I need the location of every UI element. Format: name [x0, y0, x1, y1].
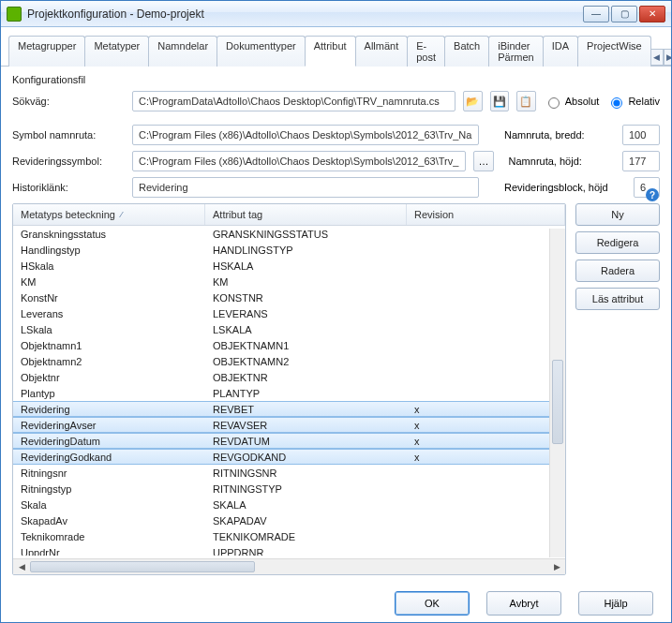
- cell-tag: REVDATUM: [205, 436, 407, 447]
- cell-name: RevideringDatum: [13, 436, 205, 447]
- table-row[interactable]: Objektnamn2OBJEKTNAMN2: [13, 353, 565, 369]
- table-row[interactable]: LSkalaLSKALA: [13, 321, 565, 337]
- col-metatype[interactable]: Metatyps beteckning: [21, 209, 115, 220]
- tab-namndelar[interactable]: Namndelar: [148, 36, 217, 67]
- save-icon[interactable]: 💾: [490, 91, 510, 111]
- copy-icon[interactable]: 📋: [516, 91, 536, 111]
- table-row[interactable]: LeveransLEVERANS: [13, 305, 565, 321]
- cell-rev: x: [407, 452, 565, 463]
- help-button[interactable]: Hjälp: [578, 591, 653, 616]
- table-row[interactable]: HandlingstypHANDLINGSTYP: [13, 242, 565, 258]
- tab-e-post[interactable]: E-post: [407, 36, 445, 67]
- cell-name: SkapadAv: [13, 515, 205, 527]
- window-titlebar: Projektkonfiguration - Demo-projekt — ▢ …: [1, 1, 671, 27]
- tab-allmänt[interactable]: Allmänt: [355, 36, 409, 67]
- cell-tag: KONSTNR: [205, 292, 407, 304]
- attribute-table[interactable]: Metatyps beteckning ⁄ Attribut tag Revis…: [12, 203, 566, 575]
- read-attr-button[interactable]: Läs attribut: [575, 288, 660, 310]
- cell-tag: OBJEKTNAMN2: [205, 356, 407, 367]
- absolute-radio[interactable]: Absolut: [544, 95, 600, 109]
- width-input[interactable]: [622, 125, 660, 145]
- cell-rev: x: [407, 404, 565, 415]
- scroll-left-icon[interactable]: ◀: [14, 560, 29, 574]
- table-row[interactable]: RitningsnrRITNINGSNR: [13, 465, 565, 481]
- height-input[interactable]: [622, 151, 660, 171]
- col-revision[interactable]: Revision: [407, 204, 565, 225]
- tab-scroll-right[interactable]: ▶: [664, 49, 672, 66]
- minimize-button[interactable]: —: [583, 6, 609, 22]
- cancel-button[interactable]: Avbryt: [486, 591, 561, 616]
- symbol-input[interactable]: [132, 125, 479, 145]
- cell-name: LSkala: [13, 324, 205, 335]
- scroll-right-icon[interactable]: ▶: [549, 560, 564, 574]
- close-button[interactable]: ✕: [639, 6, 665, 22]
- table-row[interactable]: HSkalaHSKALA: [13, 258, 565, 274]
- config-file-label: Konfigurationsfil: [12, 74, 125, 85]
- tab-scroll-left[interactable]: ◀: [650, 49, 664, 66]
- table-row[interactable]: GranskningsstatusGRANSKNINGSSTATUS: [13, 226, 565, 242]
- table-row[interactable]: RevideringREVBETx: [13, 401, 565, 417]
- vertical-scrollbar[interactable]: [549, 229, 565, 557]
- path-label: Sökväg:: [12, 96, 125, 107]
- cell-tag: TEKNIKOMRADE: [205, 531, 407, 542]
- table-header: Metatyps beteckning ⁄ Attribut tag Revis…: [13, 204, 565, 226]
- tab-batch[interactable]: Batch: [444, 36, 489, 67]
- tab-metagrupper[interactable]: Metagrupper: [8, 36, 85, 67]
- cell-name: Granskningsstatus: [13, 229, 205, 240]
- edit-button[interactable]: Redigera: [575, 231, 660, 254]
- table-row[interactable]: RitningstypRITNINGSTYP: [13, 481, 565, 497]
- table-row[interactable]: KonstNrKONSTNR: [13, 289, 565, 305]
- tab-dokumenttyper[interactable]: Dokumenttyper: [217, 36, 306, 67]
- path-input[interactable]: [132, 91, 455, 111]
- tab-ida[interactable]: IDA: [543, 36, 578, 67]
- cell-tag: GRANSKNINGSSTATUS: [205, 229, 407, 240]
- table-row[interactable]: RevideringGodkandREVGODKANDx: [13, 449, 565, 465]
- help-icon[interactable]: ?: [646, 188, 659, 201]
- cell-tag: RITNINGSTYP: [205, 483, 407, 495]
- cell-name: KonstNr: [13, 292, 205, 304]
- table-row[interactable]: Objektnamn1OBJEKTNAMN1: [13, 337, 565, 353]
- table-row[interactable]: SkalaSKALA: [13, 497, 565, 512]
- table-row[interactable]: RevideringDatumREVDATUMx: [13, 433, 565, 449]
- tab-metatyper[interactable]: Metatyper: [84, 36, 149, 67]
- table-row[interactable]: RevideringAvserREVAVSERx: [13, 417, 565, 433]
- cell-tag: OBJEKTNR: [205, 372, 407, 383]
- cell-name: Ritningsnr: [13, 467, 205, 479]
- delete-button[interactable]: Radera: [575, 260, 660, 282]
- relative-radio[interactable]: Relativ: [606, 95, 660, 109]
- cell-name: Handlingstyp: [13, 245, 205, 256]
- cell-rev: x: [407, 436, 565, 447]
- maximize-button[interactable]: ▢: [611, 6, 637, 22]
- hist-input[interactable]: [132, 177, 479, 198]
- table-row[interactable]: PlantypPLANTYP: [13, 385, 565, 401]
- cell-name: HSkala: [13, 260, 205, 272]
- cell-name: Objektnamn2: [13, 356, 205, 367]
- horizontal-scrollbar[interactable]: ◀ ▶: [13, 558, 565, 574]
- hist-label: Historiklänk:: [12, 182, 125, 193]
- cell-tag: KM: [205, 276, 407, 288]
- cell-name: KM: [13, 276, 205, 288]
- ok-button[interactable]: OK: [395, 591, 470, 616]
- cell-name: Revidering: [13, 404, 205, 415]
- open-icon[interactable]: 📂: [463, 91, 483, 111]
- cell-name: Objektnamn1: [13, 340, 205, 351]
- new-button[interactable]: Ny: [575, 203, 660, 226]
- cell-tag: REVAVSER: [205, 420, 407, 431]
- window-title: Projektkonfiguration - Demo-projekt: [27, 7, 583, 21]
- cell-tag: PLANTYP: [205, 388, 407, 399]
- cell-name: Skala: [13, 499, 205, 511]
- tab-ibinder-pärmen[interactable]: iBinder Pärmen: [488, 36, 544, 67]
- table-row[interactable]: SkapadAvSKAPADAV: [13, 512, 565, 528]
- browse-button[interactable]: …: [473, 151, 493, 171]
- rev-input[interactable]: [132, 151, 466, 171]
- table-row[interactable]: UppdrNrUPPDRNR: [13, 544, 565, 556]
- table-row[interactable]: KMKM: [13, 274, 565, 289]
- tab-attribut[interactable]: Attribut: [305, 36, 356, 67]
- table-row[interactable]: ObjektnrOBJEKTNR: [13, 369, 565, 385]
- width-label: Namnruta, bredd:: [504, 129, 615, 141]
- cell-tag: LEVERANS: [205, 308, 407, 319]
- symbol-label: Symbol namnruta:: [12, 129, 125, 141]
- table-row[interactable]: TeknikomradeTEKNIKOMRADE: [13, 528, 565, 544]
- col-attribut-tag[interactable]: Attribut tag: [205, 204, 407, 225]
- tab-projectwise[interactable]: ProjectWise: [577, 36, 651, 67]
